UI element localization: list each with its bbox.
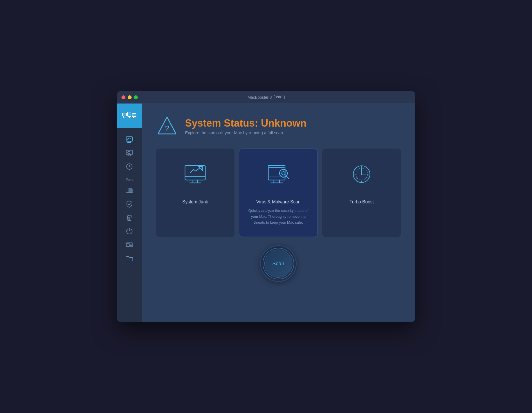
cards-grid: System Junk xyxy=(156,149,401,237)
card-system-junk-title: System Junk xyxy=(182,199,208,205)
status-title: System Status: Unknown xyxy=(185,117,306,129)
sidebar-item-files[interactable] xyxy=(123,253,136,264)
svg-line-44 xyxy=(130,217,130,220)
status-prefix: System Status: xyxy=(185,117,261,129)
svg-rect-8 xyxy=(129,116,130,118)
sidebar-item-security[interactable] xyxy=(123,199,136,210)
svg-point-48 xyxy=(130,244,132,246)
sidebar-item-dashboard[interactable] xyxy=(123,134,136,145)
sidebar-logo xyxy=(122,111,137,121)
app-window: MacBooster 8 PRO xyxy=(117,91,415,322)
svg-point-71 xyxy=(361,173,362,175)
sidebar-item-history[interactable] xyxy=(123,161,136,172)
scan-button-label: Scan xyxy=(272,261,284,267)
maximize-button[interactable] xyxy=(134,95,138,99)
sidebar-nav: Tools xyxy=(123,128,136,322)
svg-rect-5 xyxy=(132,114,136,116)
svg-rect-7 xyxy=(123,118,126,118)
svg-rect-47 xyxy=(127,243,129,246)
sidebar-item-search[interactable] xyxy=(123,147,136,159)
app-title: MacBooster 8 PRO xyxy=(247,95,285,100)
scan-button-inner: Scan xyxy=(264,250,292,278)
sidebar: Tools xyxy=(117,104,142,322)
pro-badge: PRO xyxy=(274,95,285,99)
sidebar-item-startup[interactable] xyxy=(123,226,136,237)
status-description: Explore the status of your Mac by runnin… xyxy=(185,130,306,135)
svg-text:?: ? xyxy=(165,124,169,133)
svg-rect-3 xyxy=(128,112,131,116)
main-layout: Tools xyxy=(117,104,415,322)
svg-line-68 xyxy=(286,176,288,178)
sidebar-item-disk[interactable] xyxy=(123,239,136,250)
virus-malware-icon xyxy=(267,163,290,185)
title-bar: MacBooster 8 PRO xyxy=(117,91,415,104)
sidebar-item-trash[interactable] xyxy=(123,212,136,223)
app-name: MacBooster 8 xyxy=(247,95,272,100)
card-virus-malware-title: Virus & Malware Scan xyxy=(256,199,300,205)
card-virus-malware-desc: Quickly analyze the security status of y… xyxy=(246,208,311,225)
card-system-junk[interactable]: System Junk xyxy=(156,149,235,237)
scan-button[interactable]: Scan xyxy=(260,245,297,282)
scan-area: Scan xyxy=(156,237,401,293)
card-virus-malware[interactable]: Virus & Malware Scan Quickly analyze the… xyxy=(239,149,318,237)
turbo-boost-icon xyxy=(350,163,373,185)
svg-rect-15 xyxy=(126,150,132,155)
status-text: System Status: Unknown Explore the statu… xyxy=(185,117,306,135)
close-button[interactable] xyxy=(121,95,125,99)
status-header: ? System Status: Unknown Explore the sta… xyxy=(156,115,401,137)
svg-rect-1 xyxy=(123,113,127,116)
system-junk-icon xyxy=(184,163,206,185)
status-value: Unknown xyxy=(261,117,306,129)
card-turbo-boost-title: Turbo Boost xyxy=(350,199,374,205)
svg-line-17 xyxy=(130,153,131,154)
svg-rect-10 xyxy=(133,118,136,118)
content-area: ? System Status: Unknown Explore the sta… xyxy=(142,104,415,322)
sidebar-logo-area xyxy=(117,104,142,128)
sidebar-item-memory[interactable] xyxy=(123,185,136,196)
card-turbo-boost[interactable]: Turbo Boost xyxy=(322,149,401,237)
status-icon: ? xyxy=(156,115,178,137)
svg-line-42 xyxy=(129,217,129,220)
tools-label: Tools xyxy=(123,178,136,181)
svg-point-16 xyxy=(128,151,130,154)
traffic-lights xyxy=(121,95,138,99)
minimize-button[interactable] xyxy=(128,95,132,99)
